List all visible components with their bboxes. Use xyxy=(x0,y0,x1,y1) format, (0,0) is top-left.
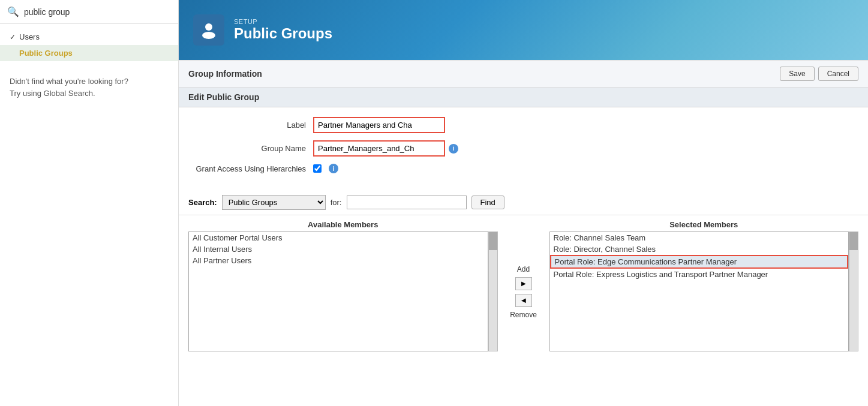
list-item[interactable]: All Customer Portal Users xyxy=(189,232,488,243)
search-bar: 🔍 xyxy=(0,0,178,24)
selected-members-col: Selected Members Role: Channel Sales Tea… xyxy=(549,220,859,351)
save-button[interactable]: Save xyxy=(780,67,814,81)
list-item-selected[interactable]: Portal Role: Edge Communications Partner… xyxy=(550,255,849,269)
sidebar-item-public-groups[interactable]: Public Groups xyxy=(0,45,178,61)
not-found-message: Didn't find what you're looking for? Try… xyxy=(0,66,178,109)
sidebar-item-label: Users xyxy=(19,32,40,41)
remove-button[interactable]: ◀ xyxy=(515,294,532,307)
available-members-list: All Customer Portal Users All Internal U… xyxy=(188,231,488,351)
svg-point-1 xyxy=(202,32,215,39)
btn-group: Save Cancel xyxy=(780,67,858,81)
selected-members-list: Role: Channel Sales Team Role: Director,… xyxy=(549,231,849,351)
sidebar-item-users[interactable]: ✓ Users xyxy=(0,29,178,45)
remove-label: Remove xyxy=(510,311,537,319)
form-fields: Label Group Name i Grant Access Using Hi… xyxy=(179,107,868,190)
transfer-controls: Add ▶ ◀ Remove xyxy=(503,220,545,351)
sidebar-sub-item-label: Public Groups xyxy=(19,49,73,58)
main-content: SETUP Public Groups Group Information Sa… xyxy=(179,0,868,406)
add-button[interactable]: ▶ xyxy=(515,277,532,290)
section-header: Group Information Save Cancel xyxy=(179,60,868,88)
selected-members-header: Selected Members xyxy=(549,220,859,229)
search-icon: 🔍 xyxy=(7,6,19,17)
grant-access-label: Grant Access Using Hierarchies xyxy=(193,164,313,173)
list-item[interactable]: Role: Director, Channel Sales xyxy=(550,243,849,255)
checkmark-icon: ✓ xyxy=(10,33,16,41)
selected-scrollbar-thumb xyxy=(849,232,858,250)
search-for-input[interactable] xyxy=(347,196,467,209)
not-found-line1: Didn't find what you're looking for? xyxy=(10,77,128,86)
selected-scrollbar[interactable] xyxy=(849,231,858,351)
svg-point-0 xyxy=(205,23,212,31)
search-label: Search: xyxy=(188,198,217,207)
grant-access-row: Grant Access Using Hierarchies i xyxy=(193,164,854,173)
search-dropdown[interactable]: Public Groups Users Roles Roles and Subo… xyxy=(222,195,326,210)
members-section: Available Members All Customer Portal Us… xyxy=(179,215,868,356)
available-members-header: Available Members xyxy=(188,220,498,229)
search-input[interactable] xyxy=(24,7,171,17)
group-name-info-icon[interactable]: i xyxy=(449,144,458,154)
find-button[interactable]: Find xyxy=(471,196,504,209)
list-item[interactable]: All Internal Users xyxy=(189,243,488,255)
group-name-field-label: Group Name xyxy=(193,144,313,153)
list-item[interactable]: All Partner Users xyxy=(189,255,488,266)
group-name-input[interactable] xyxy=(313,140,445,157)
grant-access-info-icon[interactable]: i xyxy=(329,164,338,173)
member-search-section: Search: Public Groups Users Roles Roles … xyxy=(179,190,868,215)
section-title: Group Information xyxy=(188,69,262,79)
available-scrollbar-thumb xyxy=(489,232,497,250)
grant-access-checkbox[interactable] xyxy=(313,164,322,173)
page-title: Public Groups xyxy=(234,25,332,42)
header-text: SETUP Public Groups xyxy=(234,18,332,42)
grant-access-checkbox-wrap: i xyxy=(313,164,338,173)
label-field-label: Label xyxy=(193,121,313,130)
available-members-col: Available Members All Customer Portal Us… xyxy=(188,220,498,351)
not-found-line2: Try using Global Search. xyxy=(10,89,95,98)
label-input[interactable] xyxy=(313,117,445,133)
page-header-icon xyxy=(193,14,224,46)
setup-label: SETUP xyxy=(234,18,332,25)
edit-section-title: Edit Public Group xyxy=(188,92,858,102)
page-header: SETUP Public Groups xyxy=(179,0,868,60)
group-name-row: Group Name i xyxy=(193,140,854,157)
nav-section: ✓ Users Public Groups xyxy=(0,24,178,66)
list-item[interactable]: Role: Channel Sales Team xyxy=(550,232,849,243)
cancel-button[interactable]: Cancel xyxy=(818,67,858,81)
add-label: Add xyxy=(517,265,530,273)
sidebar: 🔍 ✓ Users Public Groups Didn't find what… xyxy=(0,0,179,406)
form-area: Group Information Save Cancel Edit Publi… xyxy=(179,60,868,406)
available-scrollbar[interactable] xyxy=(488,231,498,351)
list-item[interactable]: Portal Role: Express Logistics and Trans… xyxy=(550,269,849,280)
for-label: for: xyxy=(331,198,342,207)
edit-section-header: Edit Public Group xyxy=(179,88,868,107)
label-row: Label xyxy=(193,117,854,133)
